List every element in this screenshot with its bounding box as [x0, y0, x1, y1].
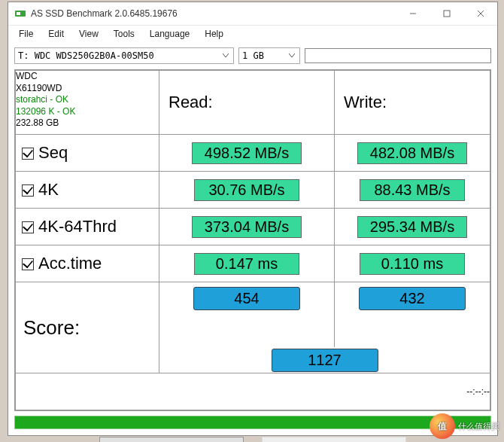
close-button[interactable] — [463, 2, 497, 25]
4k-read-value: 30.76 MB/s — [194, 179, 299, 201]
elapsed-time: --:--:-- — [16, 373, 490, 410]
watermark: 值 什么值得买 — [430, 413, 499, 439]
drive-alignment: 132096 K - OK — [16, 106, 159, 118]
menu-view[interactable]: View — [73, 27, 105, 44]
score-write: 432 — [359, 287, 466, 310]
watermark-text: 什么值得买 — [458, 421, 499, 432]
svg-rect-1 — [17, 12, 20, 15]
row-label: 4K-64Thrd — [38, 217, 117, 236]
menu-edit[interactable]: Edit — [42, 27, 70, 44]
acc-checkbox[interactable] — [22, 258, 34, 270]
row-4k64: 4K-64Thrd 373.04 MB/s 295.34 MB/s — [16, 209, 490, 245]
score-read: 454 — [193, 287, 300, 310]
menu-help[interactable]: Help — [199, 27, 229, 44]
size-select[interactable]: 1 GB — [238, 47, 300, 64]
app-icon — [14, 8, 26, 20]
drive-model: X61190WD — [16, 83, 159, 95]
svg-rect-3 — [444, 11, 450, 17]
menu-language[interactable]: Language — [144, 27, 196, 44]
seq-read-value: 498.52 MB/s — [192, 142, 302, 164]
window-title: AS SSD Benchmark 2.0.6485.19676 — [31, 8, 396, 19]
acc-write-value: 0.110 ms — [360, 253, 465, 275]
drive-driver: storahci - OK — [16, 94, 159, 106]
row-4k: 4K 30.76 MB/s 88.43 MB/s — [16, 172, 490, 209]
maximize-button[interactable] — [430, 2, 463, 25]
score-total: 1127 — [272, 349, 378, 372]
filter-input[interactable] — [305, 48, 491, 63]
row-score: Score: 454 432 — [16, 282, 490, 348]
app-window: AS SSD Benchmark 2.0.6485.19676 File Edi… — [8, 2, 498, 436]
read-header: Read: — [159, 71, 335, 135]
4k64-read-value: 373.04 MB/s — [192, 216, 302, 238]
4k-write-value: 88.43 MB/s — [360, 179, 465, 201]
drive-select[interactable]: T: WDC WDS250G2B0A-00SM50 — [14, 47, 234, 64]
drive-info-cell: WDC X61190WD storahci - OK 132096 K - OK… — [16, 71, 159, 135]
minimize-button[interactable] — [396, 2, 430, 25]
menu-file[interactable]: File — [13, 27, 39, 44]
row-label: Acc.time — [38, 254, 102, 273]
4k64-write-value: 295.34 MB/s — [357, 216, 467, 238]
drive-select-value: T: WDC WDS250G2B0A-00SM50 — [15, 50, 233, 61]
seq-checkbox[interactable] — [22, 148, 34, 160]
seq-write-value: 482.08 MB/s — [357, 142, 467, 164]
watermark-logo-icon: 值 — [430, 413, 455, 439]
results-panel: WDC X61190WD storahci - OK 132096 K - OK… — [14, 69, 491, 411]
drive-vendor: WDC — [16, 71, 159, 83]
acc-read-value: 0.147 ms — [194, 253, 299, 275]
titlebar: AS SSD Benchmark 2.0.6485.19676 — [8, 2, 497, 26]
start-button[interactable]: Start — [99, 437, 244, 442]
chevron-down-icon — [286, 50, 298, 62]
row-label: 4K — [38, 180, 59, 199]
row-label: Seq — [38, 143, 68, 162]
chevron-down-icon — [220, 50, 232, 62]
menubar: File Edit View Tools Language Help — [8, 26, 497, 45]
write-header: Write: — [335, 71, 490, 135]
row-seq: Seq 498.52 MB/s 482.08 MB/s — [16, 135, 490, 172]
4k64-checkbox[interactable] — [22, 221, 34, 233]
abort-button: Abort — [262, 437, 406, 442]
progress-bar — [14, 416, 491, 429]
menu-tools[interactable]: Tools — [108, 27, 141, 44]
drive-capacity: 232.88 GB — [16, 117, 159, 130]
row-acc: Acc.time 0.147 ms 0.110 ms — [16, 245, 490, 282]
4k-checkbox[interactable] — [22, 184, 34, 197]
score-label: Score: — [16, 282, 159, 373]
